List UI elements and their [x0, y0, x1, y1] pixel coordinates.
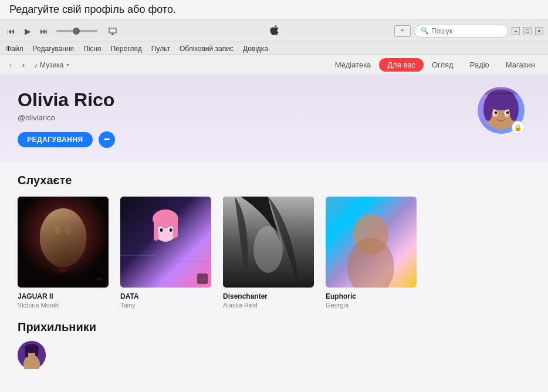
svg-point-28: [253, 226, 283, 273]
profile-header: Olivia Rico @oliviarico РЕДАГУВАННЯ •••: [0, 75, 548, 162]
profile-avatar[interactable]: 🔒: [478, 87, 525, 134]
nav-arrows: ‹ ›: [5, 59, 29, 71]
album-overlay: ⋯: [197, 273, 208, 284]
maximize-button[interactable]: □: [523, 27, 532, 35]
profile-name: Olivia Rico: [18, 89, 530, 111]
edit-profile-button[interactable]: РЕДАГУВАННЯ: [18, 132, 93, 147]
album-art-jaguar: ⋯: [18, 197, 109, 288]
menu-account[interactable]: Обліковий запис: [178, 45, 235, 53]
svg-rect-37: [35, 347, 38, 356]
svg-point-15: [65, 227, 71, 235]
ellipsis-icon: •••: [104, 136, 110, 144]
search-box[interactable]: 🔍: [414, 25, 508, 38]
tab-radio[interactable]: Радіо: [462, 58, 498, 72]
tab-browse[interactable]: Огляд: [424, 58, 462, 72]
search-input[interactable]: [431, 27, 502, 35]
listening-section: Слухаєте: [0, 162, 548, 320]
svg-rect-20: [173, 217, 178, 238]
album-name: Euphoric: [326, 292, 417, 300]
tab-foryou[interactable]: Для вас: [379, 58, 424, 72]
menu-controls[interactable]: Пульт: [150, 45, 171, 53]
nav-tabs: Медіатека Для вас Огляд Радіо Магазин: [327, 58, 543, 72]
album-item[interactable]: Disenchanter Alaska Reid: [223, 197, 314, 309]
followers-section: Прихильники: [0, 320, 548, 381]
library-label: Музика: [40, 61, 64, 69]
menu-bar: Файл Редагування Пісня Перегляд Пульт Об…: [0, 42, 548, 55]
close-button[interactable]: ×: [535, 27, 543, 35]
svg-point-3: [509, 97, 519, 121]
profile-actions: РЕДАГУВАННЯ •••: [18, 131, 530, 148]
album-grid: ⋯ JAGUAR II Victoria Monét: [18, 197, 530, 309]
follower-avatar[interactable]: [18, 341, 46, 369]
avatar-lock-icon: 🔒: [512, 121, 525, 134]
follower-avatar-svg: [18, 341, 46, 369]
music-note-icon: ♪: [34, 61, 38, 69]
svg-point-24: [170, 228, 172, 232]
window-chrome: ⏮ ▶ ⏭ ≡ 🔍 − □ ×: [0, 20, 548, 42]
menu-edit[interactable]: Редагування: [32, 45, 76, 53]
tab-store[interactable]: Магазин: [498, 58, 543, 72]
album-artist: Alaska Reid: [223, 302, 314, 309]
chevron-down-icon: ▾: [66, 62, 69, 68]
disenchanter-art-svg: [223, 197, 314, 288]
svg-rect-36: [25, 347, 28, 357]
album-item[interactable]: ⋯ JAGUAR II Victoria Monét: [18, 197, 109, 309]
album-art-euphoric: [326, 197, 417, 288]
menu-help[interactable]: Довідка: [242, 45, 269, 53]
nav-back-button[interactable]: ‹: [5, 59, 16, 71]
list-button[interactable]: ≡: [394, 25, 411, 37]
svg-point-14: [55, 227, 60, 235]
menu-view[interactable]: Перегляд: [110, 45, 143, 53]
rewind-button[interactable]: ⏮: [5, 25, 18, 38]
instruction-text: Редагуйте свій профіль або фото.: [0, 0, 548, 20]
album-name: Disenchanter: [223, 292, 314, 300]
svg-rect-10: [478, 87, 525, 96]
album-artist: Victoria Monét: [18, 302, 109, 309]
music-icon-label: ♪ Музика ▾: [34, 61, 69, 69]
album-item[interactable]: Euphoric Georgia: [326, 197, 417, 309]
menu-song[interactable]: Пісня: [82, 45, 102, 53]
menu-file[interactable]: Файл: [5, 45, 25, 53]
album-item[interactable]: ⋯ DATA Tainy: [120, 197, 211, 309]
album-artist: Tainy: [120, 302, 211, 309]
transport-controls: ⏮ ▶ ⏭: [5, 24, 120, 38]
volume-slider[interactable]: [56, 30, 97, 32]
nav-forward-button[interactable]: ›: [18, 59, 29, 71]
album-name: DATA: [120, 292, 211, 300]
overlay-icon: ⋯: [97, 276, 103, 282]
svg-point-12: [50, 215, 76, 248]
album-name: JAGUAR II: [18, 292, 109, 300]
play-button[interactable]: ▶: [21, 25, 34, 38]
profile-handle: @oliviarico: [18, 113, 530, 122]
svg-point-13: [52, 232, 73, 273]
album-art-disenchanter: [223, 197, 314, 288]
svg-point-23: [160, 228, 163, 232]
airplay-button[interactable]: [106, 24, 120, 38]
euphoric-art-svg: [326, 197, 417, 288]
minimize-button[interactable]: −: [512, 27, 520, 35]
album-artist: Georgia: [326, 302, 417, 309]
followers-section-title: Прихильники: [18, 320, 530, 334]
svg-point-2: [483, 97, 493, 121]
album-art-data: ⋯: [120, 197, 211, 288]
apple-logo: [269, 24, 279, 38]
nav-bar: ‹ › ♪ Музика ▾ Медіатека Для вас Огляд Р…: [0, 55, 548, 75]
main-content: Olivia Rico @oliviarico РЕДАГУВАННЯ •••: [0, 75, 548, 392]
svg-point-8: [495, 111, 498, 114]
album-overlay: ⋯: [94, 273, 105, 284]
more-options-button[interactable]: •••: [99, 131, 115, 148]
listening-section-title: Слухаєте: [18, 174, 530, 187]
tab-library[interactable]: Медіатека: [327, 58, 380, 72]
svg-rect-19: [154, 217, 158, 241]
overlay-icon: ⋯: [199, 276, 205, 282]
forward-button[interactable]: ⏭: [38, 25, 50, 38]
svg-point-9: [506, 111, 509, 114]
window-right-controls: ≡ 🔍 − □ ×: [394, 25, 543, 38]
